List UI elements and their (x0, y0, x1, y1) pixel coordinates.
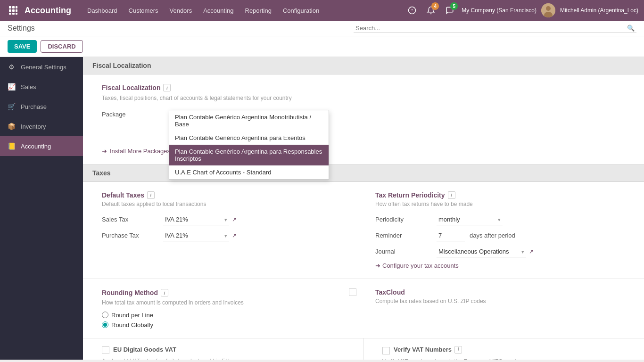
reminder-label: Reminder (375, 232, 432, 239)
default-taxes-group: Default Taxes i Default taxes applied to… (102, 191, 356, 269)
purchase-tax-row: Purchase Tax IVA 21% ↗ (102, 230, 356, 241)
search-input[interactable] (355, 25, 627, 32)
rounding-section: Rounding Method i How total tax amount i… (83, 279, 644, 338)
sales-tax-select-wrapper: IVA 21% ↗ (163, 214, 237, 225)
fiscal-section-body: Fiscal Localization i Taxes, fiscal posi… (83, 74, 644, 165)
search-icon: 🔍 (627, 25, 635, 32)
round-globally-option[interactable]: Round Globally (102, 321, 356, 329)
package-dropdown-wrapper: Plan Contable Genérico Argentina pa Plan… (169, 110, 281, 119)
journal-external-link-icon[interactable]: ↗ (529, 248, 534, 255)
nav-accounting[interactable]: Accounting (198, 4, 238, 17)
dropdown-option-2[interactable]: Plan Contable Genérico Argentina para Re… (169, 145, 329, 165)
sidebar-item-accounting[interactable]: 📒 Accounting (0, 136, 83, 156)
package-label: Package (102, 111, 163, 118)
verify-vat-info-icon[interactable]: i (454, 346, 462, 354)
bug-icon-btn[interactable] (405, 3, 419, 17)
purchase-tax-select-wrapper-inner: IVA 21% (163, 230, 229, 241)
purchase-tax-select[interactable]: IVA 21% (163, 230, 229, 241)
save-button[interactable]: SAVE (8, 40, 37, 53)
sales-tax-select[interactable]: IVA 21% (163, 214, 229, 225)
verify-vat-checkbox[interactable] (382, 347, 390, 354)
round-globally-label: Round Globally (111, 321, 153, 329)
purchase-tax-external-link-icon[interactable]: ↗ (232, 232, 237, 239)
eu-vat-cell: EU Digital Goods VAT Apply right VAT rat… (83, 338, 363, 360)
dropdown-option-0[interactable]: Plan Contable Genérico Argentina Monotri… (169, 110, 329, 131)
sidebar-label-sales: Sales (21, 83, 36, 90)
sales-tax-row: Sales Tax IVA 21% ↗ (102, 214, 356, 225)
svg-rect-6 (9, 13, 11, 15)
svg-point-13 (546, 6, 551, 11)
reminder-row: Reminder days after period (375, 230, 630, 241)
company-selector[interactable]: My Company (San Francisco) (462, 7, 537, 14)
sidebar-item-purchase[interactable]: 🛒 Purchase (0, 97, 83, 116)
verify-vat-title: Verify VAT Numbers i (394, 346, 462, 354)
taxes-grid: Default Taxes i Default taxes applied to… (83, 182, 644, 279)
fiscal-info-icon[interactable]: i (163, 84, 171, 91)
general-settings-icon: ⚙ (7, 62, 16, 72)
periodicity-select[interactable]: monthly (437, 214, 503, 225)
notifications-btn[interactable]: 4 (424, 3, 438, 17)
rounding-info-icon[interactable]: i (161, 289, 168, 296)
dropdown-option-3[interactable]: U.A.E Chart of Accounts - Standard (169, 165, 329, 179)
user-menu[interactable]: Mitchell Admin (Argentina_Loc) (560, 7, 638, 14)
install-more-label: Install More Packages (110, 148, 170, 155)
sidebar-item-sales[interactable]: 📈 Sales (0, 77, 83, 97)
reminder-input[interactable] (437, 230, 465, 241)
nav-reporting[interactable]: Reporting (240, 4, 276, 17)
svg-rect-5 (16, 9, 17, 12)
accounting-icon: 📒 (7, 141, 16, 151)
taxes-section-header: Taxes (83, 165, 644, 182)
grid-menu-icon[interactable] (6, 3, 21, 18)
nav-configuration[interactable]: Configuration (278, 4, 324, 17)
sales-tax-external-link-icon[interactable]: ↗ (232, 216, 237, 223)
topnav-right: 4 5 My Company (San Francisco) Mitchell … (405, 3, 638, 17)
sidebar-item-inventory[interactable]: 📦 Inventory (0, 116, 83, 136)
journal-label: Journal (375, 248, 432, 255)
discard-button[interactable]: DISCARD (41, 40, 83, 53)
rounding-group: Rounding Method i How total tax amount i… (102, 288, 356, 329)
tax-return-desc: How often tax returns have to be made (375, 201, 630, 207)
options-grid: Rounding Method i How total tax amount i… (102, 288, 630, 329)
nav-customers[interactable]: Customers (124, 4, 163, 17)
inventory-icon: 📦 (7, 122, 16, 131)
sidebar-label-general: General Settings (21, 64, 66, 71)
verify-vat-desc: Verify VAT numbers through the European … (382, 358, 630, 360)
fiscal-section-header: Fiscal Localization (83, 57, 644, 74)
fiscal-title: Fiscal Localization i (102, 84, 630, 91)
round-globally-radio[interactable] (102, 321, 108, 328)
sidebar-item-general[interactable]: ⚙ General Settings (0, 57, 83, 77)
dropdown-option-1[interactable]: Plan Contable Genérico Argentina para Ex… (169, 131, 329, 145)
nav-vendors[interactable]: Vendors (165, 4, 197, 17)
sidebar-label-purchase: Purchase (21, 103, 47, 110)
rounding-checkbox[interactable] (349, 288, 356, 296)
eu-vat-checkbox[interactable] (102, 346, 109, 354)
user-avatar[interactable] (541, 3, 555, 17)
tax-return-title: Tax Return Periodicity i (375, 191, 630, 199)
messages-btn[interactable]: 5 (443, 3, 457, 17)
sidebar: ⚙ General Settings 📈 Sales 🛒 Purchase 📦 … (0, 57, 83, 360)
journal-select[interactable]: Miscellaneous Operations (437, 246, 526, 257)
tax-return-group: Tax Return Periodicity i How often tax r… (375, 191, 630, 269)
tax-return-info-icon[interactable]: i (448, 191, 455, 199)
svg-rect-3 (9, 9, 11, 12)
round-per-line-option[interactable]: Round per Line (102, 312, 356, 319)
taxcloud-group: TaxCloud Compute tax rates based on U.S.… (375, 288, 630, 329)
round-per-line-radio[interactable] (102, 312, 108, 318)
nav-dashboard[interactable]: Dashboard (83, 4, 122, 17)
svg-rect-1 (12, 6, 15, 8)
taxcloud-desc: Compute tax rates based on U.S. ZIP code… (375, 298, 630, 304)
default-taxes-info-icon[interactable]: i (147, 191, 155, 199)
nav-links: Dashboard Customers Vendors Accounting R… (83, 4, 405, 17)
app-brand: Accounting (25, 6, 71, 16)
eu-vat-title: EU Digital Goods VAT (113, 346, 176, 353)
arrow-right-icon: ➜ (102, 148, 107, 155)
configure-arrow-icon: ➜ (375, 262, 380, 269)
package-row: Package Plan Contable Genérico Argentina… (102, 110, 630, 119)
sales-tax-select-wrapper-inner: IVA 21% (163, 214, 229, 225)
sidebar-label-inventory: Inventory (21, 123, 46, 130)
sales-tax-label: Sales Tax (102, 216, 158, 223)
sidebar-label-accounting: Accounting (21, 143, 51, 150)
journal-select-wrapper: Miscellaneous Operations ↗ (437, 246, 534, 257)
configure-tax-accounts-link[interactable]: ➜ Configure your tax accounts (375, 262, 630, 269)
rounding-title: Rounding Method i (102, 288, 356, 297)
